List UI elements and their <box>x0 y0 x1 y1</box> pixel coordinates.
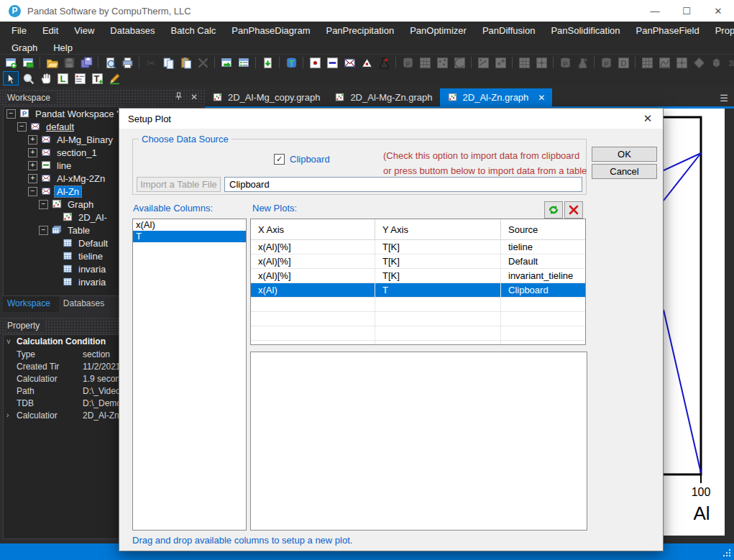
menu-panphasefield[interactable]: PanPhaseField <box>628 25 707 36</box>
menu-batch-calc[interactable]: Batch Calc <box>162 25 224 36</box>
table-row[interactable]: x(Al)[%] T[K] invariant_tieline <box>251 269 585 283</box>
select-tool-icon[interactable] <box>3 71 19 86</box>
tree-item-label[interactable]: tieline <box>76 251 105 262</box>
refresh-plots-button[interactable] <box>544 201 563 219</box>
cancel-button[interactable]: Cancel <box>592 164 657 179</box>
menu-panprecipitation[interactable]: PanPrecipitation <box>318 25 402 36</box>
import-table-file-button[interactable]: Import a Table File <box>137 177 221 192</box>
list-item[interactable]: x(Al) <box>133 219 246 231</box>
expand-icon[interactable]: + <box>28 135 37 144</box>
import-table-icon[interactable] <box>260 55 275 70</box>
tree-item-label[interactable]: section_1 <box>55 147 99 158</box>
tree-item-label[interactable]: 2D_Al- <box>76 212 109 223</box>
print-icon[interactable] <box>119 55 135 70</box>
phase-projection-icon[interactable] <box>359 55 375 70</box>
doc-tab-2d-al-mg-copy[interactable]: 2D_Al-Mg_copy.graph <box>205 88 327 106</box>
column-header[interactable]: X Axis <box>251 219 375 239</box>
point-calculation-icon[interactable] <box>307 55 323 70</box>
tree-item-label[interactable]: default <box>44 121 76 132</box>
maximize-button[interactable]: ☐ <box>671 0 702 22</box>
doc-tab-2d-al-zn[interactable]: 2D_Al-Zn.graph ✕ <box>440 88 553 106</box>
load-tdb-icon[interactable]: T <box>283 55 299 70</box>
add-text-icon[interactable]: T <box>89 71 105 86</box>
line-calculation-icon[interactable] <box>324 55 340 70</box>
new-workspace-icon[interactable] <box>3 55 19 70</box>
tree-item-label[interactable]: Al-Zn <box>55 186 81 197</box>
zoom-tool-icon[interactable] <box>20 71 36 86</box>
solidification-icon[interactable] <box>376 55 392 70</box>
collapse-icon[interactable]: − <box>28 187 37 196</box>
tree-item-label[interactable]: Graph <box>65 199 96 210</box>
table-row-empty[interactable] <box>251 326 585 341</box>
pin-icon[interactable] <box>173 92 183 103</box>
clipboard-checkbox[interactable]: ✓ <box>274 154 285 165</box>
open-file-icon[interactable] <box>44 55 60 70</box>
collapse-icon[interactable]: − <box>39 226 48 235</box>
section-icon <box>29 121 41 132</box>
expand-icon[interactable]: + <box>28 148 37 157</box>
tree-item-label[interactable]: Default <box>76 238 110 249</box>
copy-icon[interactable] <box>160 55 176 70</box>
table-row-empty[interactable] <box>251 341 585 345</box>
resize-grip[interactable] <box>722 548 732 558</box>
minimize-button[interactable]: — <box>639 0 671 22</box>
table-row-selected[interactable]: x(Al) T Clipboard <box>251 283 585 298</box>
tab-workspace[interactable]: Workspace <box>3 296 59 312</box>
tree-item-label[interactable]: invaria <box>76 264 108 275</box>
menu-panphasediagram[interactable]: PanPhaseDiagram <box>224 25 318 36</box>
list-item[interactable]: T <box>133 231 246 242</box>
doc-tab-2d-al-mg-zn[interactable]: 2D_Al-Mg-Zn.graph <box>327 88 439 106</box>
menu-pandiffusion[interactable]: PanDiffusion <box>474 25 543 36</box>
tab-overflow-icon[interactable]: ☰ <box>720 93 728 104</box>
paste-icon[interactable] <box>178 55 193 70</box>
menu-help[interactable]: Help <box>45 42 81 53</box>
collapse-icon[interactable]: − <box>39 200 48 209</box>
pan-tool-icon[interactable] <box>37 71 53 86</box>
close-button[interactable]: ✕ <box>702 0 734 22</box>
collapse-icon[interactable]: − <box>17 122 27 132</box>
menu-property[interactable]: Property <box>707 25 734 36</box>
tree-item-label[interactable]: Al-Mg_Binary <box>55 134 115 145</box>
clipboard-checkbox-label[interactable]: Clipboard <box>290 154 330 165</box>
run-batch-icon[interactable] <box>219 55 234 70</box>
close-tab-icon[interactable]: ✕ <box>538 93 545 103</box>
expand-icon[interactable]: + <box>28 161 37 170</box>
data-source-field[interactable]: Clipboard <box>224 177 582 192</box>
open-workspace-icon[interactable] <box>20 55 36 70</box>
tree-item-label[interactable]: invaria <box>76 277 108 288</box>
batch-settings-icon[interactable] <box>236 55 252 70</box>
table-row[interactable]: x(Al)[%] T[K] tieline <box>251 240 585 254</box>
expand-icon[interactable]: + <box>28 174 37 183</box>
print-preview-icon[interactable] <box>102 55 118 70</box>
column-header[interactable]: Source <box>501 219 585 239</box>
collapse-icon[interactable]: − <box>6 109 16 119</box>
close-panel-icon[interactable]: ✕ <box>189 92 199 103</box>
table-row[interactable]: x(Al)[%] T[K] Default <box>251 254 585 269</box>
table-row-empty[interactable] <box>251 312 585 326</box>
section-calculation-icon[interactable] <box>341 55 357 70</box>
menu-pansolidification[interactable]: PanSolidification <box>543 25 628 36</box>
tree-item-label[interactable]: Table <box>65 225 92 236</box>
menu-graph[interactable]: Graph <box>4 42 45 53</box>
section-icon <box>40 186 52 196</box>
ok-button[interactable]: OK <box>592 147 657 162</box>
delete-plot-button[interactable] <box>564 201 583 219</box>
tree-item-label[interactable]: line <box>55 160 73 171</box>
menu-view[interactable]: View <box>66 25 102 36</box>
save-all-icon[interactable] <box>78 55 94 70</box>
menu-edit[interactable]: Edit <box>35 25 66 36</box>
menu-panoptimizer[interactable]: PanOptimizer <box>402 25 474 36</box>
tree-item-label[interactable]: Pandat Workspace 'G <box>33 109 128 119</box>
table-row-empty[interactable] <box>251 298 585 312</box>
tree-item-label[interactable]: Al-xMg-2Zn <box>55 173 107 184</box>
column-header[interactable]: Y Axis <box>375 219 501 239</box>
legend-tool-icon[interactable]: L <box>55 71 70 86</box>
annotate-icon[interactable] <box>106 71 122 86</box>
chevron-right-icon[interactable]: › <box>6 411 9 419</box>
tab-databases[interactable]: Databases <box>59 296 113 312</box>
menu-databases[interactable]: Databases <box>102 25 162 36</box>
svg-text:T: T <box>93 73 99 83</box>
legend-options-icon[interactable] <box>72 71 88 86</box>
dialog-close-icon[interactable]: ✕ <box>640 111 656 126</box>
menu-file[interactable]: File <box>4 25 35 36</box>
